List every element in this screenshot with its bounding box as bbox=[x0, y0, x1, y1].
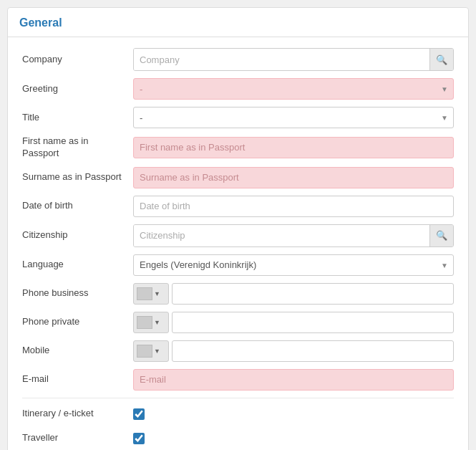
title-select-wrap: - Mr. Mrs. Ms. Dr. Prof. bbox=[133, 107, 454, 128]
dob-label: Date of birth bbox=[22, 200, 133, 212]
mobile-group: ▼ bbox=[133, 340, 454, 362]
firstname-label: First name as in Passport bbox=[22, 135, 133, 160]
greeting-select-wrap: - Mr. Mrs. Ms. Dr. bbox=[133, 78, 454, 100]
surname-input[interactable] bbox=[133, 167, 454, 188]
phone-business-control: ▼ bbox=[133, 283, 454, 305]
phone-business-group: ▼ bbox=[133, 283, 454, 305]
company-control: 🔍 bbox=[133, 48, 454, 71]
firstname-input[interactable] bbox=[133, 137, 454, 158]
citizenship-row: Citizenship 🔍 bbox=[22, 221, 454, 251]
phone-business-label: Phone business bbox=[22, 287, 133, 300]
title-control: - Mr. Mrs. Ms. Dr. Prof. bbox=[133, 107, 454, 128]
email-input[interactable] bbox=[133, 369, 454, 391]
panel-header: General bbox=[8, 8, 468, 37]
itinerary-label: Itinerary / e-ticket bbox=[22, 408, 133, 420]
company-row: Company 🔍 bbox=[22, 44, 454, 75]
surname-control bbox=[133, 167, 454, 188]
language-control: Engels (Verenigd Koninkrijk) Nederlands … bbox=[133, 254, 454, 276]
form-body: Company 🔍 Greeting - Mr. Mrs. bbox=[8, 37, 468, 450]
company-label: Company bbox=[22, 54, 133, 66]
mobile-input[interactable] bbox=[172, 340, 454, 362]
firstname-row: First name as in Passport bbox=[22, 132, 454, 163]
email-row: E-mail bbox=[22, 365, 454, 394]
language-row: Language Engels (Verenigd Koninkrijk) Ne… bbox=[22, 251, 454, 279]
traveller-checkbox[interactable] bbox=[133, 433, 145, 444]
phone-private-flag bbox=[137, 316, 152, 329]
company-search-button[interactable]: 🔍 bbox=[429, 49, 453, 70]
general-panel: General Company 🔍 Greeting - bbox=[7, 7, 469, 450]
mobile-control: ▼ bbox=[133, 340, 454, 362]
traveller-row: Traveller bbox=[22, 426, 454, 450]
mobile-row: Mobile ▼ bbox=[22, 337, 454, 365]
title-label: Title bbox=[22, 112, 133, 124]
search-icon: 🔍 bbox=[436, 230, 447, 241]
language-select[interactable]: Engels (Verenigd Koninkrijk) Nederlands … bbox=[133, 254, 454, 276]
phone-private-number-wrap bbox=[172, 312, 454, 333]
dob-input[interactable] bbox=[133, 196, 454, 217]
greeting-row: Greeting - Mr. Mrs. Ms. Dr. bbox=[22, 75, 454, 103]
mobile-flag bbox=[137, 345, 152, 358]
firstname-control bbox=[133, 137, 454, 158]
phone-business-country-selector[interactable]: ▼ bbox=[133, 283, 169, 305]
title-row: Title - Mr. Mrs. Ms. Dr. Prof. bbox=[22, 103, 454, 132]
company-input-group: 🔍 bbox=[133, 48, 454, 71]
itinerary-row: Itinerary / e-ticket bbox=[22, 402, 454, 426]
phone-business-row: Phone business ▼ bbox=[22, 279, 454, 308]
phone-private-label: Phone private bbox=[22, 316, 133, 328]
mobile-caret-icon: ▼ bbox=[154, 348, 160, 355]
phone-private-country-selector[interactable]: ▼ bbox=[133, 312, 169, 333]
phone-private-control: ▼ bbox=[133, 312, 454, 333]
mobile-country-selector[interactable]: ▼ bbox=[133, 340, 169, 362]
citizenship-label: Citizenship bbox=[22, 229, 133, 241]
phone-business-flag bbox=[137, 287, 152, 300]
greeting-select[interactable]: - Mr. Mrs. Ms. Dr. bbox=[133, 78, 454, 100]
mobile-number-wrap bbox=[172, 340, 454, 362]
phone-business-number-wrap bbox=[172, 283, 454, 305]
citizenship-input[interactable] bbox=[134, 225, 429, 246]
email-control bbox=[133, 369, 454, 391]
traveller-control bbox=[133, 433, 454, 444]
phone-business-input[interactable] bbox=[172, 283, 454, 305]
language-label: Language bbox=[22, 259, 133, 271]
mobile-label: Mobile bbox=[22, 345, 133, 357]
surname-row: Surname as in Passport bbox=[22, 163, 454, 192]
greeting-control: - Mr. Mrs. Ms. Dr. bbox=[133, 78, 454, 100]
language-select-wrap: Engels (Verenigd Koninkrijk) Nederlands … bbox=[133, 254, 454, 276]
citizenship-input-group: 🔍 bbox=[133, 224, 454, 247]
itinerary-control bbox=[133, 408, 454, 420]
phone-business-caret-icon: ▼ bbox=[154, 290, 160, 297]
search-icon: 🔍 bbox=[436, 54, 447, 65]
dob-control bbox=[133, 196, 454, 217]
phone-private-group: ▼ bbox=[133, 312, 454, 333]
greeting-label: Greeting bbox=[22, 83, 133, 95]
company-input[interactable] bbox=[134, 49, 429, 70]
itinerary-checkbox[interactable] bbox=[133, 408, 145, 420]
traveller-label: Traveller bbox=[22, 432, 133, 444]
dob-row: Date of birth bbox=[22, 192, 454, 221]
phone-private-caret-icon: ▼ bbox=[154, 319, 160, 326]
title-select[interactable]: - Mr. Mrs. Ms. Dr. Prof. bbox=[133, 107, 454, 128]
divider bbox=[22, 398, 454, 398]
phone-private-row: Phone private ▼ bbox=[22, 308, 454, 337]
citizenship-control: 🔍 bbox=[133, 224, 454, 247]
surname-label: Surname as in Passport bbox=[22, 171, 133, 183]
email-label: E-mail bbox=[22, 373, 133, 386]
panel-title: General bbox=[19, 16, 62, 29]
phone-private-input[interactable] bbox=[172, 312, 454, 333]
citizenship-search-button[interactable]: 🔍 bbox=[429, 225, 453, 246]
